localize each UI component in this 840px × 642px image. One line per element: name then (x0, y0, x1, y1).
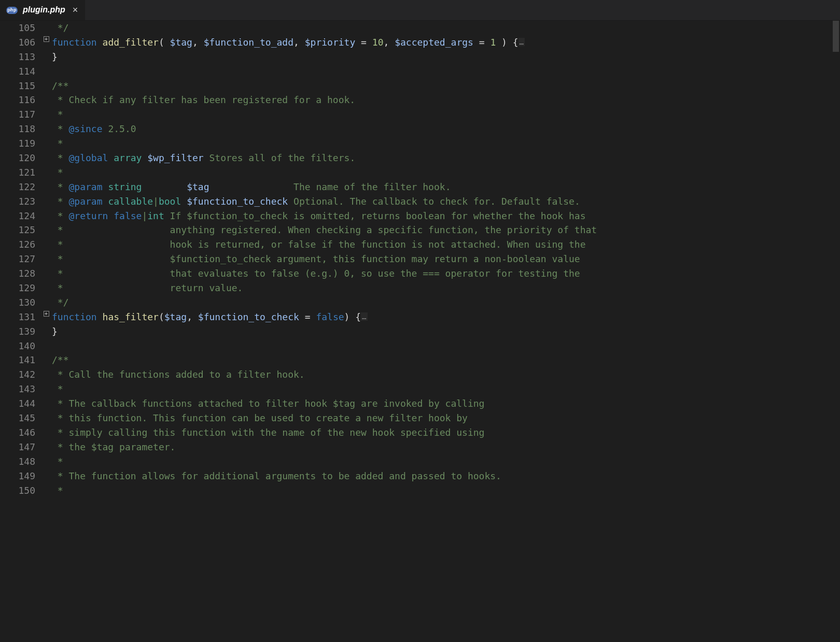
code-content[interactable]: /** (52, 353, 840, 367)
fold-gutter (40, 339, 52, 353)
code-content[interactable]: * @global array $wp_filter Stores all of… (52, 151, 840, 165)
code-line[interactable]: 148 * (0, 454, 840, 469)
code-line[interactable]: 140 (0, 339, 840, 353)
code-content[interactable]: * @param callable|bool $function_to_chec… (52, 194, 840, 209)
line-number: 139 (0, 324, 40, 339)
code-content[interactable] (52, 339, 840, 353)
code-line[interactable]: 130 */ (0, 295, 840, 310)
tab-plugin-php[interactable]: php plugin.php × (0, 0, 85, 20)
code-line[interactable]: 141/** (0, 353, 840, 367)
code-line[interactable]: 145 * this function. This function can b… (0, 411, 840, 425)
line-number: 113 (0, 50, 40, 64)
code-line[interactable]: 105 */ (0, 21, 840, 35)
code-line[interactable]: 131+function has_filter($tag, $function_… (0, 310, 840, 324)
code-content[interactable]: * $function_to_check argument, this func… (52, 252, 840, 266)
code-line[interactable]: 117 * (0, 107, 840, 122)
code-line[interactable]: 118 * @since 2.5.0 (0, 122, 840, 136)
code-line[interactable]: 149 * The function allows for additional… (0, 469, 840, 483)
code-content[interactable] (52, 64, 840, 79)
code-line[interactable]: 121 * (0, 165, 840, 180)
code-content[interactable]: * @param string $tag The name of the fil… (52, 180, 840, 194)
code-content[interactable]: * this function. This function can be us… (52, 411, 840, 425)
fold-gutter (40, 396, 52, 411)
code-content[interactable]: /** (52, 79, 840, 93)
code-content[interactable]: * the $tag parameter. (52, 440, 840, 454)
line-number: 149 (0, 469, 40, 483)
code-content[interactable]: } (52, 324, 840, 339)
fold-expand-icon[interactable]: + (44, 311, 49, 317)
close-icon[interactable]: × (73, 3, 78, 18)
code-line[interactable]: 122 * @param string $tag The name of the… (0, 180, 840, 194)
code-line[interactable]: 127 * $function_to_check argument, this … (0, 252, 840, 266)
code-content[interactable]: * (52, 454, 840, 469)
code-content[interactable]: function add_filter( $tag, $function_to_… (52, 35, 840, 50)
fold-gutter (40, 79, 52, 93)
code-content[interactable]: * (52, 136, 840, 151)
code-line[interactable]: 150 * (0, 483, 840, 498)
code-content[interactable]: * simply calling this function with the … (52, 425, 840, 440)
code-content[interactable]: } (52, 50, 840, 64)
code-line[interactable]: 114 (0, 64, 840, 79)
fold-gutter (40, 107, 52, 122)
vertical-scrollbar[interactable] (832, 21, 840, 642)
code-content[interactable]: * Call the functions added to a filter h… (52, 367, 840, 382)
fold-gutter (40, 252, 52, 266)
line-number: 131 (0, 310, 40, 324)
editor-area[interactable]: 105 */106+function add_filter( $tag, $fu… (0, 21, 840, 642)
code-content[interactable]: * anything registered. When checking a s… (52, 223, 840, 237)
code-line[interactable]: 128 * that evaluates to false (e.g.) 0, … (0, 266, 840, 281)
code-line[interactable]: 126 * hook is returned, or false if the … (0, 237, 840, 252)
code-line[interactable]: 106+function add_filter( $tag, $function… (0, 35, 840, 50)
code-content[interactable]: */ (52, 295, 840, 310)
code-content[interactable]: * @return false|int If $function_to_chec… (52, 209, 840, 223)
code-content[interactable]: */ (52, 21, 840, 35)
code-line[interactable]: 124 * @return false|int If $function_to_… (0, 209, 840, 223)
fold-gutter[interactable]: + (40, 310, 52, 324)
code-line[interactable]: 146 * simply calling this function with … (0, 425, 840, 440)
code-line[interactable]: 147 * the $tag parameter. (0, 440, 840, 454)
code-line[interactable]: 119 * (0, 136, 840, 151)
code-content[interactable]: * (52, 107, 840, 122)
code-line[interactable]: 113} (0, 50, 840, 64)
fold-ellipsis-icon[interactable]: … (519, 38, 525, 46)
code-content[interactable]: * Check if any filter has been registere… (52, 93, 840, 107)
code-line[interactable]: 142 * Call the functions added to a filt… (0, 367, 840, 382)
line-number: 106 (0, 35, 40, 50)
line-number: 130 (0, 295, 40, 310)
fold-gutter[interactable]: + (40, 35, 52, 50)
line-number: 105 (0, 21, 40, 35)
code-line[interactable]: 120 * @global array $wp_filter Stores al… (0, 151, 840, 165)
code-line[interactable]: 125 * anything registered. When checking… (0, 223, 840, 237)
code-line[interactable]: 144 * The callback functions attached to… (0, 396, 840, 411)
fold-gutter (40, 324, 52, 339)
tab-bar: php plugin.php × (0, 0, 840, 21)
code-line[interactable]: 116 * Check if any filter has been regis… (0, 93, 840, 107)
fold-expand-icon[interactable]: + (44, 36, 49, 42)
fold-gutter (40, 266, 52, 281)
code-content[interactable]: * (52, 382, 840, 396)
fold-gutter (40, 180, 52, 194)
fold-gutter (40, 136, 52, 151)
code-line[interactable]: 115/** (0, 79, 840, 93)
code-line[interactable]: 139} (0, 324, 840, 339)
tab-filename: plugin.php (23, 4, 65, 17)
line-number: 116 (0, 93, 40, 107)
code-line[interactable]: 123 * @param callable|bool $function_to_… (0, 194, 840, 209)
code-content[interactable]: * The function allows for additional arg… (52, 469, 840, 483)
code-content[interactable]: * hook is returned, or false if the func… (52, 237, 840, 252)
line-number: 142 (0, 367, 40, 382)
code-line[interactable]: 129 * return value. (0, 281, 840, 295)
code-content[interactable]: * (52, 165, 840, 180)
scrollbar-thumb[interactable] (833, 21, 839, 52)
code-content[interactable]: * return value. (52, 281, 840, 295)
code-content[interactable]: * @since 2.5.0 (52, 122, 840, 136)
line-number: 121 (0, 165, 40, 180)
fold-gutter (40, 50, 52, 64)
fold-gutter (40, 64, 52, 79)
code-content[interactable]: * The callback functions attached to fil… (52, 396, 840, 411)
code-content[interactable]: * that evaluates to false (e.g.) 0, so u… (52, 266, 840, 281)
fold-ellipsis-icon[interactable]: … (361, 312, 367, 321)
code-line[interactable]: 143 * (0, 382, 840, 396)
code-content[interactable]: * (52, 483, 840, 498)
code-content[interactable]: function has_filter($tag, $function_to_c… (52, 310, 840, 324)
